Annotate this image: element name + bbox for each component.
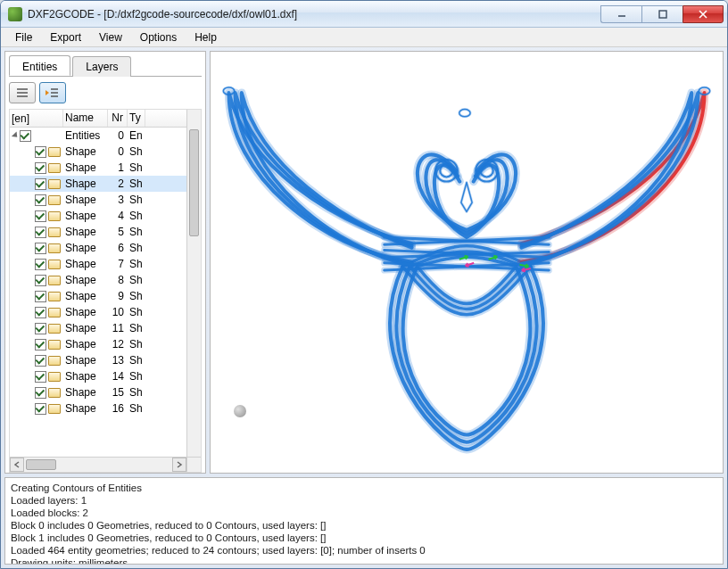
horizontal-scroll-thumb[interactable] — [26, 459, 56, 470]
tree-body[interactable]: Entities0EnShape0ShShape1ShShape2ShShape… — [10, 128, 201, 472]
cell-type: Sh — [128, 354, 145, 367]
tree-row[interactable]: Shape6Sh — [10, 240, 201, 256]
scroll-right-button[interactable] — [172, 458, 186, 472]
folder-icon — [48, 179, 61, 189]
cell-name: Shape — [63, 354, 108, 367]
folder-icon — [48, 356, 61, 366]
minimize-button[interactable] — [600, 5, 641, 23]
tree-row[interactable]: Shape3Sh — [10, 192, 201, 208]
cell-nr: 7 — [108, 258, 128, 270]
cell-nr: 15 — [108, 386, 128, 399]
checkbox[interactable] — [35, 146, 46, 158]
checkbox[interactable] — [35, 387, 46, 399]
vertical-scrollbar[interactable] — [186, 110, 201, 457]
cell-name: Shape — [63, 210, 108, 222]
maximize-icon — [658, 10, 667, 19]
cell-name: Shape — [63, 161, 108, 174]
drawing-canvas[interactable] — [210, 51, 724, 474]
tree-row[interactable]: Shape11Sh — [10, 320, 201, 336]
folder-icon — [48, 227, 61, 237]
app-icon — [8, 7, 22, 21]
cell-name: Shape — [63, 226, 108, 238]
expand-all-button[interactable] — [39, 82, 66, 103]
cell-nr: 2 — [108, 177, 128, 190]
tree-row[interactable]: Shape16Sh — [10, 400, 201, 416]
cell-nr: 4 — [108, 210, 128, 222]
horizontal-scrollbar[interactable] — [10, 457, 186, 472]
close-button[interactable] — [682, 5, 724, 23]
col-nr[interactable]: Nr — [108, 110, 128, 127]
maximize-button[interactable] — [641, 5, 682, 23]
cell-type: Sh — [128, 161, 145, 174]
checkbox[interactable] — [35, 162, 46, 174]
cell-nr: 6 — [108, 242, 128, 254]
collapse-all-button[interactable] — [9, 82, 36, 103]
folder-icon — [48, 404, 61, 414]
checkbox[interactable] — [35, 291, 46, 302]
list-icon — [15, 87, 29, 98]
menu-help[interactable]: Help — [186, 29, 226, 46]
tree-row[interactable]: Shape0Sh — [10, 144, 201, 160]
cell-name: Shape — [63, 322, 108, 334]
cell-name: Shape — [63, 145, 108, 158]
tree-root-row[interactable]: Entities0En — [10, 128, 201, 144]
tree-row[interactable]: Shape5Sh — [10, 224, 201, 240]
menu-options[interactable]: Options — [131, 29, 186, 46]
menu-view[interactable]: View — [90, 29, 131, 46]
tree-row[interactable]: Shape4Sh — [10, 208, 201, 224]
checkbox[interactable] — [35, 307, 46, 318]
tree-row[interactable]: Shape8Sh — [10, 272, 201, 288]
col-type[interactable]: Ty — [128, 110, 145, 127]
checkbox[interactable] — [35, 227, 46, 238]
folder-icon — [48, 292, 61, 301]
log-line: Drawing units: millimeters — [11, 557, 717, 565]
cell-type: Sh — [128, 242, 145, 254]
cell-nr: 12 — [108, 338, 128, 350]
checkbox[interactable] — [20, 130, 31, 142]
expand-icon[interactable] — [12, 131, 20, 139]
col-enabled[interactable]: [en] — [10, 110, 63, 127]
checkbox[interactable] — [35, 210, 46, 222]
tree-row[interactable]: Shape9Sh — [10, 288, 201, 304]
checkbox[interactable] — [35, 243, 46, 254]
tree-row[interactable]: Shape13Sh — [10, 352, 201, 368]
scroll-left-button[interactable] — [10, 458, 24, 472]
checkbox[interactable] — [35, 194, 46, 206]
menu-export[interactable]: Export — [41, 29, 90, 46]
vertical-scroll-thumb[interactable] — [189, 129, 199, 236]
tree-row[interactable]: Shape7Sh — [10, 256, 201, 272]
titlebar: DXF2GCODE - [D:/dxf2gcode-sourcecode/dxf… — [1, 1, 727, 28]
log-line: Block 0 includes 0 Geometries, reduced t… — [11, 519, 717, 532]
tree-row[interactable]: Shape14Sh — [10, 368, 201, 384]
tab-layers[interactable]: Layers — [72, 56, 131, 77]
folder-icon — [48, 372, 61, 382]
checkbox[interactable] — [35, 275, 46, 286]
cell-type: Sh — [128, 258, 145, 270]
folder-icon — [48, 260, 61, 269]
cell-type: Sh — [128, 274, 145, 286]
tree-row[interactable]: Shape15Sh — [10, 384, 201, 400]
col-name[interactable]: Name — [63, 110, 108, 127]
cell-name: Shape — [63, 258, 108, 270]
cell-name: Shape — [63, 290, 108, 302]
cell-nr: 5 — [108, 226, 128, 238]
checkbox[interactable] — [35, 339, 46, 350]
checkbox[interactable] — [35, 259, 46, 270]
cell-nr: 3 — [108, 194, 128, 206]
tree-row[interactable]: Shape1Sh — [10, 160, 201, 176]
tab-entities[interactable]: Entities — [9, 55, 70, 76]
tree-row[interactable]: Shape12Sh — [10, 336, 201, 352]
checkbox[interactable] — [35, 178, 46, 190]
cell-name: Shape — [63, 242, 108, 254]
tree-row[interactable]: Shape2Sh — [10, 176, 201, 192]
checkbox[interactable] — [35, 323, 46, 334]
tree-row[interactable]: Shape10Sh — [10, 304, 201, 320]
list-indent-icon — [46, 87, 60, 98]
cell-nr: 10 — [108, 306, 128, 318]
checkbox[interactable] — [35, 403, 46, 415]
checkbox[interactable] — [35, 371, 46, 383]
log-panel[interactable]: Creating Contours of EntitiesLoaded laye… — [4, 477, 724, 565]
menu-file[interactable]: File — [6, 29, 41, 46]
entities-panel: Entities Layers [en] Name Nr — [4, 51, 206, 474]
checkbox[interactable] — [35, 355, 46, 367]
